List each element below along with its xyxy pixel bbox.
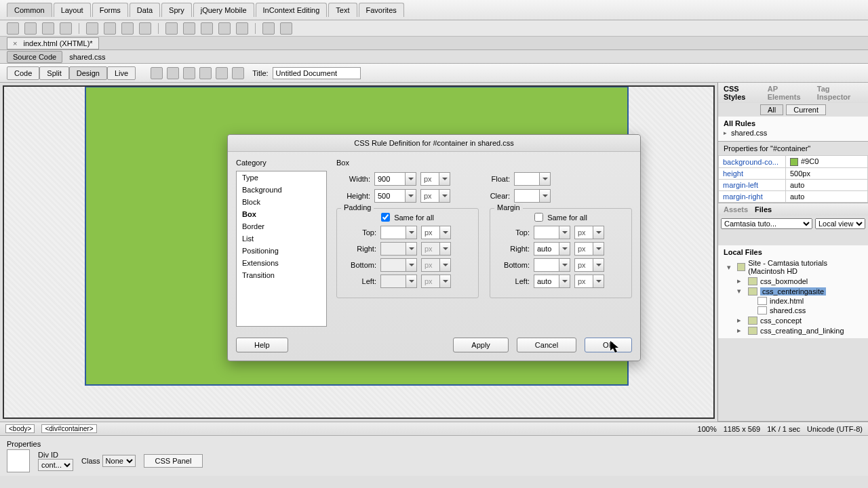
folder-item[interactable]: ▾css_centeringasite bbox=[724, 286, 863, 296]
category-list[interactable]: List bbox=[237, 232, 326, 245]
check-links-icon[interactable] bbox=[216, 67, 228, 79]
div-icon[interactable] bbox=[86, 22, 98, 35]
close-icon[interactable]: × bbox=[13, 39, 17, 47]
insert-tab-jquery-mobile[interactable]: jQuery Mobile bbox=[193, 3, 254, 17]
title-input[interactable] bbox=[273, 67, 361, 79]
refresh-icon[interactable] bbox=[737, 233, 748, 244]
insert-tab-common[interactable]: Common bbox=[7, 3, 52, 17]
file-management-icon[interactable] bbox=[183, 67, 195, 79]
get-icon[interactable] bbox=[752, 233, 763, 244]
rules-mode-current[interactable]: Current bbox=[786, 104, 826, 115]
apply-button[interactable]: Apply bbox=[453, 338, 509, 352]
media-icon[interactable] bbox=[121, 22, 134, 35]
category-box[interactable]: Box bbox=[237, 208, 326, 220]
insert-tab-spry[interactable]: Spry bbox=[161, 3, 192, 17]
connect-icon[interactable] bbox=[722, 233, 733, 244]
zoom-value[interactable]: 100% bbox=[698, 425, 717, 433]
margin-same-checkbox[interactable] bbox=[534, 213, 543, 222]
ssi-icon[interactable] bbox=[183, 22, 195, 35]
insert-tab-favorites[interactable]: Favorites bbox=[359, 3, 404, 17]
category-list[interactable]: TypeBackgroundBlockBoxBorderListPosition… bbox=[236, 171, 327, 327]
margin-top-unit[interactable] bbox=[574, 226, 604, 239]
margin-bottom-unit[interactable] bbox=[574, 258, 604, 272]
padding-same-checkbox[interactable] bbox=[381, 213, 390, 222]
folder-item[interactable]: ▾Site - Camtasia tutorials (Macintosh HD bbox=[724, 258, 863, 276]
height-input[interactable] bbox=[374, 189, 416, 203]
insert-tab-incontext-editing[interactable]: InContext Editing bbox=[256, 3, 328, 17]
files-tab[interactable]: Files bbox=[755, 205, 772, 214]
div-id-select[interactable]: cont... bbox=[38, 459, 73, 471]
insert-tab-data[interactable]: Data bbox=[130, 3, 160, 17]
clear-select[interactable] bbox=[514, 189, 551, 203]
folder-item[interactable]: ▸css_creating_and_linking bbox=[724, 325, 863, 336]
put-icon[interactable] bbox=[767, 233, 778, 244]
css-panel-button[interactable]: CSS Panel bbox=[144, 454, 203, 468]
tag-div-container[interactable]: <div#container> bbox=[41, 424, 96, 433]
expand-icon[interactable] bbox=[827, 233, 837, 244]
view-live-button[interactable]: Live bbox=[107, 66, 136, 80]
margin-right-unit[interactable] bbox=[574, 242, 604, 256]
site-select[interactable]: Camtasia tuto... bbox=[721, 218, 812, 229]
checkin-icon[interactable] bbox=[797, 233, 808, 244]
table-icon[interactable] bbox=[60, 22, 72, 35]
width-unit[interactable] bbox=[420, 172, 450, 186]
ok-button[interactable]: OK bbox=[585, 338, 632, 352]
float-select[interactable] bbox=[514, 172, 551, 186]
rule-item[interactable]: shared.css bbox=[724, 127, 863, 138]
assets-tab[interactable]: Assets bbox=[724, 205, 748, 214]
folder-item[interactable]: ▸css_boxmodel bbox=[724, 276, 863, 286]
widget-icon[interactable] bbox=[139, 22, 151, 35]
view-split-button[interactable]: Split bbox=[39, 66, 68, 80]
image-icon[interactable] bbox=[104, 22, 116, 35]
w3c-validate-icon[interactable] bbox=[199, 67, 212, 79]
folder-item[interactable]: ▸css_concept bbox=[724, 315, 863, 325]
class-select[interactable]: None bbox=[102, 455, 136, 467]
category-type[interactable]: Type bbox=[237, 171, 326, 184]
related-file[interactable]: shared.css bbox=[69, 53, 105, 61]
category-extensions[interactable]: Extensions bbox=[237, 257, 326, 269]
view-code-button[interactable]: Code bbox=[7, 66, 39, 80]
margin-bottom-input[interactable] bbox=[534, 258, 570, 272]
source-code-tab[interactable]: Source Code bbox=[7, 51, 62, 63]
help-button[interactable]: Help bbox=[236, 338, 288, 352]
category-border[interactable]: Border bbox=[237, 220, 326, 232]
category-background[interactable]: Background bbox=[237, 184, 326, 196]
tag-body[interactable]: <body> bbox=[5, 424, 35, 433]
checkout-icon[interactable] bbox=[782, 233, 793, 244]
email-link-icon[interactable] bbox=[24, 22, 37, 35]
templates-icon[interactable] bbox=[262, 22, 275, 35]
padding-top-input[interactable] bbox=[380, 226, 417, 239]
css-styles-tab[interactable]: CSS Styles bbox=[724, 85, 761, 101]
width-input[interactable] bbox=[374, 172, 416, 186]
insert-tab-forms[interactable]: Forms bbox=[92, 3, 128, 17]
cancel-button[interactable]: Cancel bbox=[517, 338, 576, 352]
comment-icon[interactable] bbox=[201, 22, 213, 35]
prop-row[interactable]: margin-leftauto bbox=[719, 180, 868, 191]
refresh-icon[interactable] bbox=[232, 67, 244, 79]
prop-row[interactable]: margin-rightauto bbox=[719, 191, 868, 203]
ap-elements-tab[interactable]: AP Elements bbox=[768, 85, 810, 101]
head-icon[interactable] bbox=[218, 22, 231, 35]
file-item[interactable]: index.html bbox=[724, 296, 863, 306]
margin-left-unit[interactable] bbox=[574, 274, 604, 288]
document-tab[interactable]: × index.html (XHTML)* bbox=[7, 37, 99, 49]
margin-left-input[interactable] bbox=[534, 274, 570, 288]
anchor-icon[interactable] bbox=[42, 22, 54, 35]
date-icon[interactable] bbox=[165, 22, 178, 35]
prop-row[interactable]: height500px bbox=[719, 168, 868, 180]
insert-tab-text[interactable]: Text bbox=[328, 3, 357, 17]
view-design-button[interactable]: Design bbox=[69, 66, 107, 80]
padding-top-unit[interactable] bbox=[421, 226, 451, 239]
category-block[interactable]: Block bbox=[237, 196, 326, 208]
margin-top-input[interactable] bbox=[534, 226, 570, 239]
margin-right-input[interactable] bbox=[534, 242, 570, 256]
height-unit[interactable] bbox=[420, 189, 450, 203]
category-transition[interactable]: Transition bbox=[237, 269, 326, 281]
sync-icon[interactable] bbox=[812, 233, 823, 244]
live-view-options-icon[interactable] bbox=[151, 67, 163, 79]
rules-mode-all[interactable]: All bbox=[760, 104, 783, 115]
preview-browser-icon[interactable] bbox=[167, 67, 179, 79]
hyperlink-icon[interactable] bbox=[7, 22, 19, 35]
file-item[interactable]: shared.css bbox=[724, 306, 863, 315]
prop-row[interactable]: background-co...#9C0 bbox=[719, 156, 868, 168]
